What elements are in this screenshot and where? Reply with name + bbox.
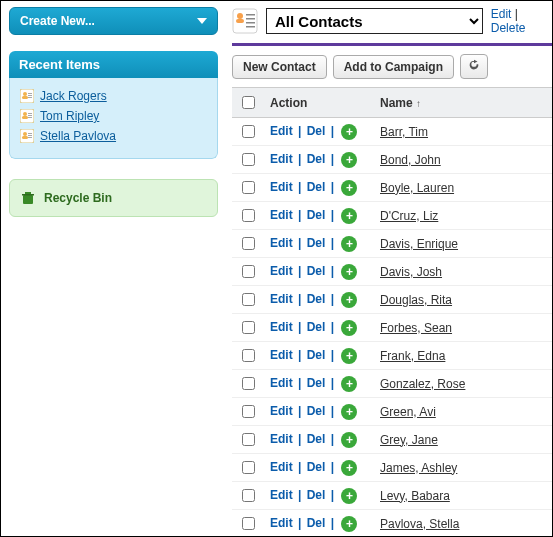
recent-item-link[interactable]: Stella Pavlova	[40, 129, 116, 143]
contact-name-link[interactable]: Davis, Josh	[380, 265, 442, 279]
row-checkbox[interactable]	[242, 153, 255, 166]
contact-name-link[interactable]: James, Ashley	[380, 461, 457, 475]
delete-link[interactable]: Del	[307, 124, 326, 138]
select-all-checkbox[interactable]	[242, 96, 255, 109]
edit-link[interactable]: Edit	[270, 180, 293, 194]
delete-link[interactable]: Del	[307, 488, 326, 502]
table-row: Edit | Del | +Davis, Josh	[232, 258, 552, 286]
add-icon[interactable]: +	[341, 432, 357, 448]
action-separator: |	[293, 460, 307, 474]
row-checkbox[interactable]	[242, 349, 255, 362]
edit-link[interactable]: Edit	[270, 348, 293, 362]
row-checkbox[interactable]	[242, 237, 255, 250]
row-checkbox[interactable]	[242, 405, 255, 418]
row-checkbox[interactable]	[242, 461, 255, 474]
contact-name-link[interactable]: D'Cruz, Liz	[380, 209, 438, 223]
add-icon[interactable]: +	[341, 348, 357, 364]
action-separator: |	[325, 488, 339, 502]
contact-name-link[interactable]: Frank, Edna	[380, 349, 445, 363]
contact-name-link[interactable]: Bond, John	[380, 153, 441, 167]
contact-name-link[interactable]: Gonzalez, Rose	[380, 377, 465, 391]
edit-link[interactable]: Edit	[270, 432, 293, 446]
edit-link[interactable]: Edit	[270, 124, 293, 138]
refresh-button[interactable]	[460, 54, 488, 79]
add-icon[interactable]: +	[341, 208, 357, 224]
edit-view-link[interactable]: Edit	[491, 7, 512, 21]
row-checkbox[interactable]	[242, 321, 255, 334]
delete-link[interactable]: Del	[307, 348, 326, 362]
row-actions: Edit | Del | +	[264, 258, 374, 286]
row-checkbox[interactable]	[242, 209, 255, 222]
delete-link[interactable]: Del	[307, 208, 326, 222]
row-checkbox[interactable]	[242, 377, 255, 390]
delete-link[interactable]: Del	[307, 292, 326, 306]
edit-link[interactable]: Edit	[270, 376, 293, 390]
add-icon[interactable]: +	[341, 236, 357, 252]
recent-item-link[interactable]: Tom Ripley	[40, 109, 99, 123]
delete-link[interactable]: Del	[307, 460, 326, 474]
delete-link[interactable]: Del	[307, 180, 326, 194]
add-icon[interactable]: +	[341, 180, 357, 196]
contact-name-link[interactable]: Levy, Babara	[380, 489, 450, 503]
name-header[interactable]: Name ↑	[374, 88, 552, 118]
contact-name-link[interactable]: Boyle, Lauren	[380, 181, 454, 195]
refresh-icon	[467, 61, 481, 75]
edit-link[interactable]: Edit	[270, 264, 293, 278]
row-actions: Edit | Del | +	[264, 454, 374, 482]
contacts-list-icon	[232, 8, 258, 34]
delete-link[interactable]: Del	[307, 432, 326, 446]
row-checkbox[interactable]	[242, 517, 255, 530]
delete-link[interactable]: Del	[307, 320, 326, 334]
recent-item-link[interactable]: Jack Rogers	[40, 89, 107, 103]
edit-link[interactable]: Edit	[270, 460, 293, 474]
contact-name-link[interactable]: Douglas, Rita	[380, 293, 452, 307]
delete-link[interactable]: Del	[307, 152, 326, 166]
add-icon[interactable]: +	[341, 152, 357, 168]
add-icon[interactable]: +	[341, 488, 357, 504]
edit-link[interactable]: Edit	[270, 208, 293, 222]
create-new-button[interactable]: Create New...	[9, 7, 218, 35]
delete-link[interactable]: Del	[307, 516, 326, 530]
delete-link[interactable]: Del	[307, 404, 326, 418]
edit-link[interactable]: Edit	[270, 152, 293, 166]
add-icon[interactable]: +	[341, 264, 357, 280]
row-checkbox[interactable]	[242, 125, 255, 138]
add-icon[interactable]: +	[341, 320, 357, 336]
view-select[interactable]: All Contacts	[266, 8, 483, 34]
new-contact-button[interactable]: New Contact	[232, 55, 327, 79]
contact-name-link[interactable]: Barr, Tim	[380, 125, 428, 139]
add-icon[interactable]: +	[341, 404, 357, 420]
row-checkbox[interactable]	[242, 489, 255, 502]
add-icon[interactable]: +	[341, 292, 357, 308]
recent-items-header: Recent Items	[9, 51, 218, 78]
delete-link[interactable]: Del	[307, 264, 326, 278]
edit-link[interactable]: Edit	[270, 488, 293, 502]
edit-link[interactable]: Edit	[270, 320, 293, 334]
add-icon[interactable]: +	[341, 516, 357, 532]
delete-link[interactable]: Del	[307, 236, 326, 250]
edit-link[interactable]: Edit	[270, 292, 293, 306]
edit-link[interactable]: Edit	[270, 516, 293, 530]
row-checkbox[interactable]	[242, 293, 255, 306]
contact-name-link[interactable]: Forbes, Sean	[380, 321, 452, 335]
action-separator: |	[293, 432, 307, 446]
row-checkbox[interactable]	[242, 433, 255, 446]
contact-name-link[interactable]: Green, Avi	[380, 405, 436, 419]
row-checkbox[interactable]	[242, 265, 255, 278]
edit-link[interactable]: Edit	[270, 236, 293, 250]
recycle-bin-panel[interactable]: Recycle Bin	[9, 179, 218, 217]
action-separator: |	[325, 432, 339, 446]
delete-link[interactable]: Del	[307, 376, 326, 390]
contact-name-link[interactable]: Pavlova, Stella	[380, 517, 459, 531]
row-checkbox[interactable]	[242, 181, 255, 194]
add-icon[interactable]: +	[341, 124, 357, 140]
add-icon[interactable]: +	[341, 376, 357, 392]
contact-name-link[interactable]: Grey, Jane	[380, 433, 438, 447]
contact-name-link[interactable]: Davis, Enrique	[380, 237, 458, 251]
add-to-campaign-button[interactable]: Add to Campaign	[333, 55, 454, 79]
add-icon[interactable]: +	[341, 460, 357, 476]
action-separator: |	[325, 292, 339, 306]
svg-rect-16	[28, 135, 32, 136]
edit-link[interactable]: Edit	[270, 404, 293, 418]
delete-view-link[interactable]: Delete	[491, 21, 526, 35]
